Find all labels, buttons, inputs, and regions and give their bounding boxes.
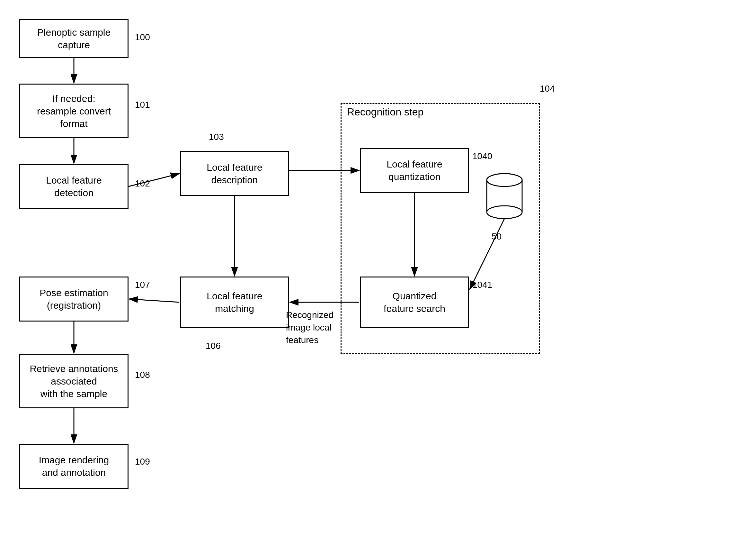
local-feature-matching-box: Local featurematching (180, 277, 289, 328)
ref-102: 102 (135, 178, 150, 189)
ref-1040: 1040 (472, 151, 492, 161)
ref-1041: 1041 (472, 280, 492, 290)
ref-108: 108 (135, 370, 150, 380)
cylinder-icon (485, 170, 524, 222)
ref-107: 107 (135, 280, 150, 290)
resample-label: If needed:resample convertformat (37, 92, 111, 130)
ref-109: 109 (135, 456, 150, 467)
quantized-feature-search-box: Quantizedfeature search (360, 277, 469, 328)
retrieve-annotations-label: Retrieve annotationsassociatedwith the s… (29, 363, 118, 400)
ref-106: 106 (206, 341, 221, 351)
ref-104: 104 (540, 84, 555, 94)
local-feature-description-label: Local featuredescription (206, 161, 262, 186)
ref-100: 100 (135, 32, 150, 43)
recognition-step-label: Recognition step (347, 106, 424, 118)
local-feature-detection-box: Local featuredetection (19, 164, 129, 209)
quantized-feature-search-label: Quantizedfeature search (384, 290, 445, 315)
local-feature-quantization-box: Local featurequantization (360, 148, 469, 193)
svg-line-15 (129, 299, 179, 302)
ref-103: 103 (209, 132, 224, 142)
image-rendering-label: Image renderingand annotation (39, 454, 109, 479)
ref-101: 101 (135, 100, 150, 110)
local-feature-matching-label: Local featurematching (206, 290, 262, 315)
local-feature-detection-label: Local featuredetection (46, 174, 102, 199)
pose-estimation-label: Pose estimation(registration) (40, 286, 108, 312)
diagram: Plenoptic sample capture If needed:resam… (0, 0, 756, 554)
resample-box: If needed:resample convertformat (19, 84, 129, 138)
recognized-image-label: Recognizedimage localfeatures (286, 309, 333, 347)
image-rendering-box: Image renderingand annotation (19, 444, 129, 489)
ref-50: 50 (492, 231, 502, 242)
pose-estimation-box: Pose estimation(registration) (19, 277, 129, 322)
plenoptic-label: Plenoptic sample capture (23, 26, 124, 51)
local-feature-quantization-label: Local featurequantization (386, 158, 442, 183)
plenoptic-box: Plenoptic sample capture (19, 19, 129, 58)
svg-point-5 (487, 174, 522, 186)
retrieve-annotations-box: Retrieve annotationsassociatedwith the s… (19, 354, 129, 408)
local-feature-description-box: Local featuredescription (180, 151, 289, 196)
svg-point-4 (487, 206, 522, 219)
